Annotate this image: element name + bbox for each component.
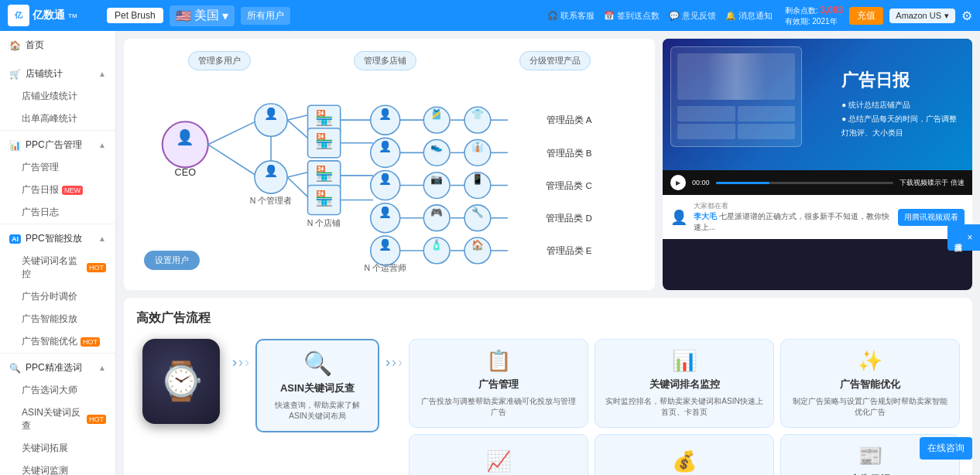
chevron-icon: ▲	[98, 364, 106, 372]
store-stats-label: 店铺统计	[26, 67, 63, 80]
home-icon: 🏠	[9, 40, 21, 51]
balance-header: 剩余点数: 3,083	[785, 5, 844, 17]
notification-label: 消息通知	[738, 10, 773, 22]
ad-daily-label: 广告日报	[22, 183, 59, 196]
side-tab-demo[interactable]: × 直播演示	[947, 224, 980, 251]
sidebar-item-order-peak[interactable]: 出单高峰统计	[0, 108, 115, 130]
org-chart-card: 管理多用户 管理多店铺 分级管理产品 👤 CEO	[124, 39, 655, 290]
video-screen-mockup	[670, 46, 802, 147]
sidebar-item-home[interactable]: 🏠 首页	[0, 31, 115, 60]
arrow-right-icon-2: ›	[392, 354, 396, 371]
search-icon: 🔍	[9, 363, 21, 374]
svg-text:📱: 📱	[471, 173, 484, 186]
headset-icon: 🎧	[547, 11, 558, 21]
svg-text:👤: 👤	[264, 164, 279, 178]
feedback-label: 意见反馈	[682, 10, 716, 22]
svg-text:👤: 👤	[379, 206, 392, 219]
keyword-rank-desc: 实时监控排名，帮助卖家关键词和ASIN快速上首页、卡首页	[605, 396, 764, 418]
ad-manage-icon: 📋	[486, 349, 511, 373]
word-master-label: 广告选词大师	[22, 384, 77, 397]
checkin-icon: 📅	[604, 11, 615, 21]
region-selector[interactable]: 🇺🇸 美国 ▾	[170, 5, 235, 26]
ad-manage-label: 广告管理	[22, 161, 59, 174]
play-button[interactable]: ▶	[670, 175, 686, 190]
video-progress-bar[interactable]	[716, 182, 894, 184]
process-card-keyword-rank: 📊 关键词排名监控 实时监控排名，帮助卖家关键词和ASIN快速上首页、卡首页	[595, 339, 774, 428]
close-side-tab[interactable]: ×	[965, 232, 975, 243]
main-content: 管理多用户 管理多店铺 分级管理产品 👤 CEO	[116, 31, 980, 475]
smart-opt-desc: 制定广告策略与设置广告规划时帮助卖家智能优化广告	[790, 396, 950, 418]
sidebar-item-ad-manage[interactable]: 广告管理	[0, 156, 115, 179]
sidebar-section-ppc-ad: 📊 PPC广告管理 ▲ 广告管理 广告日报 NEW 广告日志	[0, 131, 115, 224]
sidebar-header-store[interactable]: 🛒 店铺统计 ▲	[0, 60, 115, 85]
process-section: 高效广告流程 ⌚ › › ›	[124, 298, 972, 475]
svg-text:管理品类 A: 管理品类 A	[547, 114, 592, 125]
sidebar-item-smart-optimize[interactable]: 广告智能优化 HOT	[0, 330, 115, 353]
sidebar-header-ppc-ad[interactable]: 📊 PPC广告管理 ▲	[0, 131, 115, 156]
arrow-1: › › ›	[232, 339, 249, 371]
keyword-monitor-label: 关键词词名监控	[22, 255, 84, 281]
sidebar-item-time-price[interactable]: 广告分时调价	[0, 285, 115, 308]
sidebar-item-smart-placement[interactable]: 广告智能投放	[0, 308, 115, 330]
customer-service-btn[interactable]: 🎧 联系客服	[547, 10, 595, 22]
checkin-label: 签到送点数	[617, 10, 660, 22]
arrow-right-icon: ›	[232, 354, 237, 371]
bell-icon: 🔔	[725, 11, 736, 21]
keyword-rank-icon: 📊	[672, 349, 697, 373]
settings-button[interactable]: ⚙	[961, 9, 972, 23]
feedback-btn[interactable]: 💬 意见反馈	[669, 10, 716, 22]
sidebar-item-ad-log[interactable]: 广告日志	[0, 201, 115, 224]
sidebar-header-ppc-smart[interactable]: AI PPC智能投放 ▲	[0, 224, 115, 250]
watch-tencent-button[interactable]: 用腾讯视频观看	[898, 209, 965, 226]
chart-icon: 📊	[9, 140, 21, 151]
smart-optimize-label: 广告智能优化	[22, 335, 77, 348]
svg-text:🎽: 🎽	[430, 108, 443, 121]
process-title: 高效广告流程	[136, 310, 960, 326]
arrow-right-icon-3: ›	[245, 354, 249, 371]
store-tag[interactable]: Pet Brush	[107, 8, 163, 23]
arrow-right-icon-3: ›	[398, 354, 403, 371]
chevron-icon: ▲	[98, 141, 106, 149]
order-peak-icon: 📈	[486, 449, 511, 473]
svg-text:👤: 👤	[176, 128, 194, 146]
charge-button[interactable]: 充值	[849, 7, 883, 25]
asin-card-title: ASIN关键词反查	[280, 381, 355, 395]
validity-label: 有效期:	[785, 17, 810, 26]
label-multi-store: 管理多店铺	[354, 51, 416, 70]
svg-text:👤: 👤	[379, 173, 392, 186]
keyword-expand-label: 关键词拓展	[22, 442, 68, 455]
svg-line-17	[287, 173, 307, 177]
setup-user-area: 设置用户	[144, 251, 200, 270]
asin-card-desc: 快速查询，帮助卖家了解ASIN关键词布局	[266, 400, 368, 422]
setup-user-button[interactable]: 设置用户	[144, 251, 200, 270]
sidebar-item-word-master[interactable]: 广告选词大师	[0, 379, 115, 402]
video-card: 广告日报 ● 统计总结店铺产品 ● 总结产品每天的时间，广告调整 灯泡评、大小类…	[663, 39, 972, 290]
sidebar-item-ad-daily[interactable]: 广告日报 NEW	[0, 179, 115, 201]
sidebar-header-ppc-word[interactable]: 🔍 PPC精准选词 ▲	[0, 354, 115, 379]
notification-btn[interactable]: 🔔 消息通知	[725, 10, 773, 22]
ppc-smart-label: PPC智能投放	[26, 232, 82, 245]
user-selector[interactable]: 所有用户	[241, 7, 290, 25]
amazon-marketplace-selector[interactable]: Amazon US ▾	[889, 9, 955, 23]
sidebar-item-keyword-watch[interactable]: 关键词监测	[0, 460, 115, 475]
online-consult-button[interactable]: 在线咨询	[920, 437, 972, 460]
video-bullet-1: ● 统计总结店铺产品	[841, 98, 957, 112]
svg-line-18	[287, 177, 307, 196]
video-title: 广告日报	[841, 69, 957, 92]
checkin-btn[interactable]: 📅 签到送点数	[604, 10, 660, 22]
sidebar-item-keyword-monitor[interactable]: 关键词词名监控 HOT	[0, 250, 115, 285]
arrow-right-icon: ›	[385, 354, 390, 371]
nav-actions: 🎧 联系客服 📅 签到送点数 💬 意见反馈 🔔 消息通知	[547, 10, 773, 22]
top-navigation: 亿 亿数通 TM Pet Brush 🇺🇸 美国 ▾ 所有用户 🎧 联系客服 📅…	[0, 0, 980, 31]
store-performance-label: 店铺业绩统计	[22, 90, 77, 103]
smart-optimize-icon: ✨	[858, 349, 882, 373]
sidebar-item-asin-lookup[interactable]: ASIN关键词反查 HOT	[0, 402, 115, 437]
video-time: 00:00	[692, 179, 710, 186]
label-manage-product: 分级管理产品	[519, 51, 591, 70]
validity-text: 有效期: 2021年	[785, 16, 844, 26]
sidebar-item-store-performance[interactable]: 店铺业绩统计	[0, 85, 115, 108]
sidebar-item-keyword-expand[interactable]: 关键词拓展	[0, 437, 115, 460]
logo-text: 亿数通	[33, 9, 65, 22]
process-card-asin: 🔍 ASIN关键词反查 快速查询，帮助卖家了解ASIN关键词布局	[255, 339, 379, 432]
video-thumbnail: 广告日报 ● 统计总结店铺产品 ● 总结产品每天的时间，广告调整 灯泡评、大小类…	[663, 39, 972, 170]
